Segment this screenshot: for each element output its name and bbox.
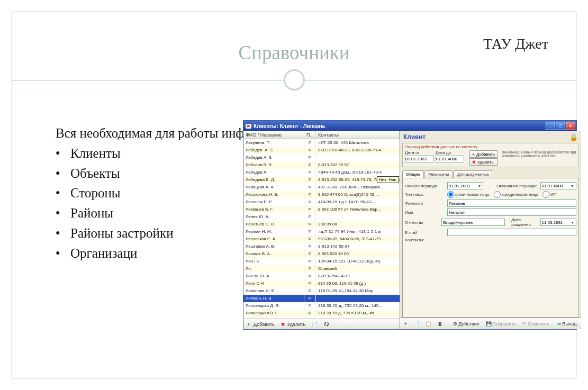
table-row[interactable]: Левицкая А. А.Ф487 31-89, 724 38-63, Лев… — [243, 184, 400, 191]
period-add-button[interactable]: +Добавить — [469, 150, 497, 158]
grid-body[interactable]: Лазунина. ПФт.ЛТ-55-06, 440 ШаталоваЛебе… — [243, 139, 400, 319]
table-row[interactable]: Лин та Ю. А.Ф8-913-254-14-13 — [243, 273, 400, 280]
table-row[interactable]: Лебедев. А. З.Ф8-911-910-48-33, 8-912-38… — [243, 147, 400, 154]
brand-name: ТАУ Джет — [483, 35, 548, 52]
table-row[interactable]: Лебедева Е. Д.Ф8-913-832-58-83, 419-74-7… — [243, 176, 400, 184]
copy-button[interactable]: 📄 — [309, 321, 320, 328]
tab-panel-common: Начало периода: ▼ Окончание периода: ▼ Т… — [402, 178, 579, 318]
chevron-down-icon[interactable]: ▼ — [569, 183, 576, 189]
radio-ip[interactable]: ИП — [542, 191, 557, 198]
add-client-button[interactable]: +Добавить — [245, 321, 277, 328]
table-row[interactable]: Лебосов В. В.Ф8-913 387 35 57 — [243, 161, 400, 169]
slide-border: Справочники ТАУ Джет Вся необходимая для… — [12, 12, 576, 378]
icon-button[interactable]: 📄 — [411, 320, 422, 328]
email-input[interactable] — [447, 229, 576, 236]
date-to-input[interactable] — [436, 156, 464, 162]
right-toolbar: + 📄 📋 🗑 ⚙Действия 💾Сохранить ↶Отменить ⬅… — [400, 318, 581, 329]
tab-documents[interactable]: Для документов — [453, 170, 492, 178]
icon-button[interactable]: 🗑 — [435, 320, 445, 328]
decorative-circle — [284, 69, 305, 90]
tabs: Общие Реквизиты Для документов — [402, 170, 579, 178]
table-row[interactable]: Ли. ФСлавский — [243, 265, 400, 273]
chevron-down-icon[interactable]: ▼ — [476, 183, 483, 189]
period-end-combo[interactable]: ▼ — [540, 182, 576, 189]
table-row[interactable]: Ливанова И. ФФ118 01-09-41,154-34-30 Мар — [243, 287, 400, 295]
table-row[interactable]: Леонтьев С. ОФ398 05 08 — [243, 221, 400, 228]
icon-button[interactable]: + — [402, 320, 410, 328]
table-row[interactable]: Лошков В. А.Ф8 903 520 10 00 — [243, 250, 400, 258]
tab-requisites[interactable]: Реквизиты — [424, 170, 453, 178]
radio-fiz[interactable]: физическое лицо — [447, 191, 490, 198]
plus-icon: + — [472, 152, 475, 157]
table-row[interactable]: Лешгаева А. В.Ф8-913-142-50-87 — [243, 243, 400, 250]
clients-grid-pane: ФИО / Название П... Контакты Лазунина. П… — [243, 131, 400, 329]
undo-icon: ↶ — [522, 321, 527, 326]
name-input[interactable] — [447, 208, 576, 216]
actions-button[interactable]: ⚙Действия — [450, 320, 482, 328]
delete-icon: 🗑 — [438, 321, 442, 326]
copy-icon: 📄 — [413, 321, 419, 326]
delete-client-button[interactable]: ✖Удалить — [278, 321, 308, 328]
radio-yur[interactable]: юридическое лицо — [494, 191, 538, 198]
chevron-down-icon[interactable]: ▼ — [569, 219, 576, 225]
period-note: Внимание. Новый период добавляется при и… — [500, 150, 576, 158]
table-row[interactable]: Лин I КФ135-04-15,121 10-48,13 16(д ис) — [243, 258, 400, 265]
refresh-button[interactable]: 🗘 — [321, 321, 331, 328]
birthdate-combo[interactable]: ▼ — [540, 219, 576, 226]
titlebar-text: Клиенты: Клиент - Липкань — [246, 123, 325, 129]
table-row[interactable]: Лесонюк Е. Р.Ф418-09-15,т.д.1 14-91 50-4… — [243, 198, 400, 206]
table-row[interactable]: Лесоюнова Н. В.Ф8 910 474 06 Ольга(8)543… — [243, 191, 400, 198]
col-pol[interactable]: П... — [304, 131, 316, 139]
copy-icon: 📄 — [312, 322, 318, 327]
surname-input[interactable] — [447, 199, 576, 207]
date-from-input[interactable] — [405, 156, 433, 162]
save-button[interactable]: 💾Сохранить — [483, 320, 519, 328]
table-row[interactable]: Липовецкая Д. Я.Ф218-39-70 д., 735-53-20… — [243, 302, 400, 310]
window-minimize-button[interactable]: _ — [546, 122, 555, 130]
titlebar[interactable]: Клиенты: Клиент - Липкань _ □ × — [243, 121, 576, 131]
x-icon: ✖ — [281, 322, 286, 327]
tab-common[interactable]: Общие — [402, 170, 424, 178]
table-row[interactable]: Лесовская Е. А.Ф961-09-09, 540-08-55, 31… — [243, 235, 400, 243]
table-row[interactable]: Лемишев В. Г.Ф8 903 108 54 24 Лечелева В… — [243, 206, 400, 213]
col-contacts[interactable]: Контакты — [316, 131, 400, 139]
left-toolbar: +Добавить ✖Удалить 📄 🗘 — [243, 319, 400, 329]
window-maximize-button[interactable]: □ — [556, 122, 565, 130]
slide: Справочники ТАУ Джет Вся необходимая для… — [0, 0, 588, 390]
table-row[interactable]: Леси С НФ814 35 09, 119 01 08 (д.) — [243, 280, 400, 287]
exit-icon: ⬅ — [557, 321, 562, 326]
tooltip: Ник. Ник. — [377, 176, 399, 183]
period-start-combo[interactable]: ▼ — [447, 182, 483, 189]
paste-icon: 📋 — [426, 321, 431, 326]
period-caption: Период действия данных по клиенту — [405, 144, 576, 149]
icon-button[interactable]: 📋 — [423, 320, 434, 328]
table-row[interactable]: Лебедев А.Фт.844-79-40 дом., 8-918-161-7… — [243, 169, 400, 176]
patronymic-input[interactable] — [441, 219, 505, 226]
refresh-icon: 🗘 — [324, 322, 329, 327]
app-window: Клиенты: Клиент - Липкань _ □ × ФИО / На… — [243, 120, 577, 330]
period-del-button[interactable]: ✖Удалить — [469, 158, 497, 166]
cancel-button[interactable]: ↶Отменить — [520, 320, 552, 328]
table-row[interactable]: Ленев Ю. А.Ф — [243, 213, 400, 221]
window-close-button[interactable]: × — [566, 122, 575, 130]
table-row[interactable]: Лебедев А. З.Ф — [243, 154, 400, 161]
exit-button[interactable]: ⬅Выход — [555, 320, 580, 328]
table-row[interactable]: Лерман Н. М.Фт.д.П 31-74-94 Ины | 418-1-… — [243, 228, 400, 235]
table-row[interactable]: Лазунина. ПФт.ЛТ-55-06, 440 Шаталова — [243, 139, 400, 147]
col-name[interactable]: ФИО / Название — [243, 131, 304, 139]
grid-header: ФИО / Название П... Контакты — [243, 131, 400, 139]
x-icon: ✖ — [472, 160, 476, 165]
period-bar: Период действия данных по клиенту Дата о… — [402, 143, 579, 167]
table-row[interactable]: Липкань Н. В.Ф — [243, 295, 400, 302]
gear-icon: ⚙ — [453, 321, 457, 326]
lock-icon[interactable]: 🔒 — [569, 133, 578, 141]
plus-icon: + — [247, 322, 252, 327]
pane-header: Клиент — [403, 133, 426, 141]
plus-icon: + — [404, 321, 407, 326]
save-icon: 💾 — [486, 321, 492, 326]
client-details-pane: Клиент 🔒 Период действия данных по клиен… — [400, 131, 581, 329]
table-row[interactable]: Липосоцкая В. Г.Ф218 39 70 д, 735 53 20 … — [243, 310, 400, 317]
